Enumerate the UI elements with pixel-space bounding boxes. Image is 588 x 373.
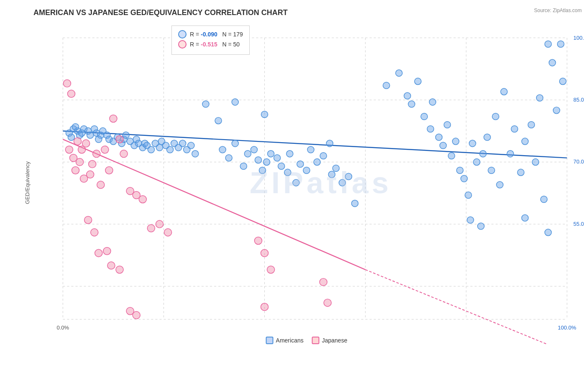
- svg-point-101: [440, 142, 446, 149]
- svg-point-29: [68, 134, 74, 141]
- svg-point-113: [492, 113, 499, 120]
- svg-point-154: [139, 196, 146, 203]
- legend-swatch-blue: [178, 30, 187, 38]
- svg-point-65: [225, 155, 232, 161]
- svg-point-156: [91, 229, 98, 236]
- svg-text:100.0%: 100.0%: [573, 35, 584, 41]
- bottom-legend: Americans Japanese: [266, 337, 348, 344]
- svg-point-83: [307, 146, 314, 153]
- svg-point-119: [522, 138, 528, 145]
- svg-point-134: [67, 90, 75, 97]
- svg-point-163: [116, 266, 123, 273]
- svg-point-161: [164, 229, 171, 236]
- svg-point-123: [541, 196, 547, 203]
- svg-point-62: [202, 101, 209, 107]
- svg-point-126: [553, 107, 560, 114]
- svg-point-104: [453, 138, 459, 145]
- svg-point-96: [414, 78, 421, 85]
- svg-point-143: [87, 171, 94, 178]
- legend-row-pink: R = -0.515 N = 50: [178, 40, 243, 49]
- svg-point-133: [63, 80, 71, 87]
- legend-swatch-americans: [266, 337, 274, 344]
- svg-text:0.0%: 0.0%: [56, 324, 69, 331]
- svg-point-72: [263, 159, 270, 166]
- svg-point-93: [396, 70, 402, 77]
- svg-point-120: [528, 122, 534, 128]
- svg-point-122: [536, 95, 543, 101]
- svg-point-168: [261, 303, 268, 311]
- svg-point-78: [284, 169, 291, 176]
- svg-point-24: [72, 123, 79, 130]
- svg-point-106: [461, 175, 468, 182]
- svg-point-87: [328, 171, 335, 178]
- svg-point-90: [345, 173, 352, 180]
- svg-point-108: [469, 140, 476, 147]
- japanese-label: Japanese: [322, 337, 348, 344]
- svg-point-55: [166, 146, 173, 153]
- svg-point-84: [314, 159, 320, 166]
- svg-point-80: [293, 179, 299, 186]
- svg-point-89: [339, 179, 345, 186]
- svg-point-70: [255, 157, 261, 164]
- svg-point-103: [448, 153, 455, 159]
- svg-point-128: [560, 78, 566, 85]
- svg-point-169: [324, 299, 331, 307]
- chart-container: AMERICAN VS JAPANESE GED/EQUIVALENCY COR…: [0, 0, 588, 373]
- svg-point-115: [501, 88, 507, 95]
- svg-point-76: [274, 155, 281, 161]
- svg-point-132: [545, 229, 552, 236]
- svg-point-145: [93, 150, 100, 158]
- svg-point-81: [297, 161, 304, 168]
- chart-area: GED/Equivalency R = -0.090 N = 179 R = -…: [29, 21, 584, 344]
- legend-text-blue: R = -0.090 N = 179: [190, 31, 243, 38]
- svg-point-155: [84, 216, 92, 224]
- svg-point-74: [232, 99, 238, 105]
- legend-box: R = -0.090 N = 179 R = -0.515 N = 50: [171, 26, 250, 55]
- svg-point-58: [179, 140, 186, 147]
- svg-point-124: [545, 41, 552, 48]
- legend-row-blue: R = -0.090 N = 179: [178, 30, 243, 38]
- svg-point-68: [244, 151, 251, 157]
- svg-point-30: [87, 132, 94, 138]
- svg-point-164: [254, 237, 262, 245]
- svg-point-105: [457, 167, 463, 174]
- svg-point-88: [332, 165, 339, 171]
- svg-text:70.0%: 70.0%: [573, 159, 584, 165]
- svg-point-85: [320, 153, 327, 159]
- svg-point-117: [511, 125, 518, 132]
- svg-text:85.0%: 85.0%: [573, 97, 584, 103]
- svg-point-86: [326, 140, 333, 147]
- legend-text-pink: R = -0.515 N = 50: [190, 41, 240, 48]
- svg-point-150: [116, 135, 123, 143]
- svg-point-95: [408, 101, 415, 107]
- svg-point-99: [429, 99, 436, 105]
- legend-swatch-japanese: [312, 337, 320, 344]
- scatter-chart: .grid-line { stroke: #ccc; stroke-width:…: [29, 21, 584, 344]
- source-text: Source: ZipAtlas.com: [534, 8, 582, 13]
- svg-point-34: [95, 136, 102, 143]
- svg-point-75: [261, 111, 268, 118]
- svg-point-162: [107, 262, 115, 269]
- svg-point-61: [192, 151, 199, 157]
- svg-point-79: [286, 151, 293, 157]
- svg-point-111: [484, 134, 491, 141]
- svg-point-97: [421, 113, 427, 120]
- svg-point-82: [303, 167, 310, 174]
- svg-point-151: [120, 150, 128, 158]
- svg-point-77: [278, 163, 285, 169]
- svg-point-135: [65, 146, 73, 153]
- svg-point-102: [444, 122, 450, 128]
- svg-point-107: [465, 192, 472, 199]
- svg-point-67: [240, 163, 247, 169]
- svg-point-91: [351, 200, 358, 207]
- americans-label: Americans: [276, 337, 304, 344]
- legend-item-japanese: Japanese: [312, 337, 348, 344]
- svg-point-121: [532, 159, 539, 166]
- svg-point-146: [97, 181, 105, 189]
- svg-point-64: [219, 146, 226, 153]
- svg-point-114: [496, 181, 503, 188]
- r-value-blue: -0.090: [201, 31, 217, 38]
- svg-point-110: [480, 151, 486, 157]
- svg-point-148: [105, 166, 113, 174]
- svg-point-94: [404, 92, 411, 99]
